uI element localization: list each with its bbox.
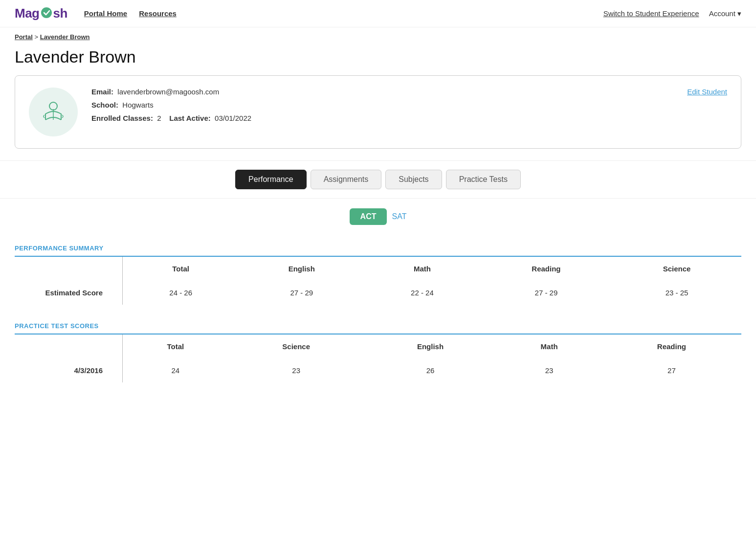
tabs: Performance Assignments Subjects Practic… (0, 160, 756, 199)
estimated-score-label: Estimated Score (15, 281, 103, 305)
school-value: Hogwarts (122, 101, 153, 109)
logo-text2: sh (53, 6, 67, 21)
enrolled-label: Enrolled Classes: (91, 114, 153, 122)
content-area: PERFORMANCE SUMMARY Total English Math R… (0, 230, 756, 402)
est-reading: 27 - 29 (480, 281, 613, 305)
table-row: 4/3/2016 24 23 26 23 27 (15, 358, 741, 382)
col-math: Math (364, 257, 480, 281)
tab-practice-tests[interactable]: Practice Tests (446, 170, 521, 189)
enrolled-row: Enrolled Classes: 2 Last Active: 03/01/2… (91, 114, 673, 122)
logo-icon (40, 6, 53, 20)
enrolled-value: 2 (157, 114, 161, 122)
pt-total: 24 (123, 358, 228, 382)
act-toggle-button[interactable]: ACT (350, 208, 387, 225)
est-science: 23 - 25 (612, 281, 741, 305)
col-science: Science (612, 257, 741, 281)
pt-date-label: 4/3/2016 (15, 358, 103, 382)
navigation: Mag sh Portal Home Resources Switch to S… (0, 0, 756, 27)
pt-col-total: Total (123, 334, 228, 358)
practice-test-scores-header: PRACTICE TEST SCORES (15, 322, 741, 334)
pt-col-math: Math (496, 334, 602, 358)
svg-point-0 (41, 7, 52, 18)
pt-math: 23 (496, 358, 602, 382)
pt-reading: 27 (602, 358, 741, 382)
est-math: 22 - 24 (364, 281, 480, 305)
email-row: Email: lavenderbrown@magoosh.com (91, 88, 673, 96)
col-english: English (239, 257, 364, 281)
portal-home-link[interactable]: Portal Home (84, 9, 127, 18)
est-english: 27 - 29 (239, 281, 364, 305)
account-menu[interactable]: Account ▾ (709, 9, 741, 18)
est-total: 24 - 26 (123, 281, 239, 305)
pt-col-science: Science (228, 334, 364, 358)
performance-summary-header: PERFORMANCE SUMMARY (15, 245, 741, 257)
breadcrumb: Portal > Lavender Brown (0, 27, 756, 41)
tab-performance[interactable]: Performance (235, 170, 307, 189)
sat-toggle-button[interactable]: SAT (392, 212, 406, 221)
edit-student-link[interactable]: Edit Student (687, 88, 727, 96)
avatar (29, 88, 78, 136)
breadcrumb-student[interactable]: Lavender Brown (40, 33, 90, 41)
switch-to-student-link[interactable]: Switch to Student Experience (603, 9, 699, 18)
logo-text: Mag (15, 6, 40, 21)
email-value: lavenderbrown@magoosh.com (117, 88, 219, 96)
school-label: School: (91, 101, 118, 109)
email-label: Email: (91, 88, 113, 96)
breadcrumb-portal[interactable]: Portal (15, 33, 33, 41)
col-total: Total (123, 257, 239, 281)
page-title: Lavender Brown (0, 41, 756, 75)
school-row: School: Hogwarts (91, 101, 673, 109)
resources-link[interactable]: Resources (139, 9, 177, 18)
pt-english: 26 (364, 358, 497, 382)
pt-science: 23 (228, 358, 364, 382)
pt-col-english: English (364, 334, 497, 358)
student-info: Email: lavenderbrown@magoosh.com School:… (91, 88, 673, 122)
logo: Mag sh (15, 6, 67, 21)
col-reading: Reading (480, 257, 613, 281)
practice-test-scores-table: Total Science English Math Reading 4/3/2… (15, 334, 741, 382)
last-active-label: Last Active: (169, 114, 210, 122)
performance-summary-table: Total English Math Reading Science Estim… (15, 257, 741, 305)
breadcrumb-separator: > (34, 33, 40, 41)
score-type-toggle: ACT SAT (0, 199, 756, 230)
svg-point-1 (49, 102, 57, 110)
last-active-value: 03/01/2022 (215, 114, 251, 122)
student-card: Email: lavenderbrown@magoosh.com School:… (15, 75, 741, 149)
tab-subjects[interactable]: Subjects (385, 170, 442, 189)
pt-col-reading: Reading (602, 334, 741, 358)
tab-assignments[interactable]: Assignments (311, 170, 382, 189)
